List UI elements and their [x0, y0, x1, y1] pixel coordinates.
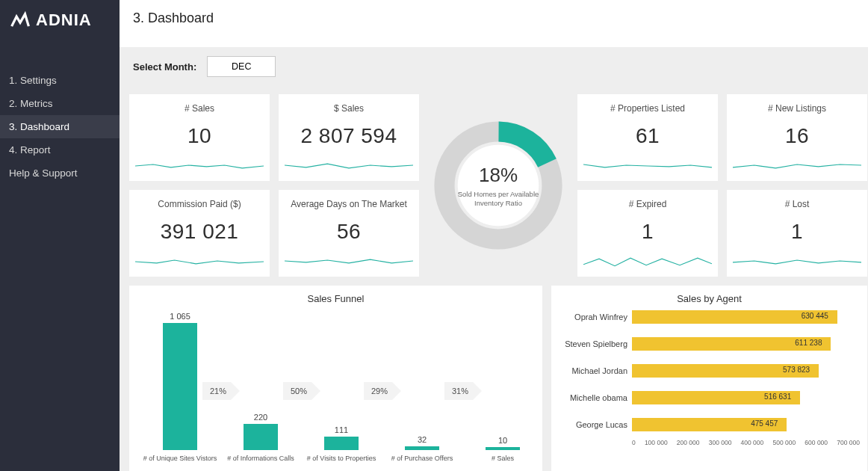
funnel-bar-rect [244, 424, 278, 450]
sidebar: ADNIA 1. Settings 2. Metrics 3. Dashboar… [0, 0, 120, 471]
funnel-bar-value: 111 [319, 425, 364, 434]
kpi-card-lost: # Lost 1 [726, 189, 868, 277]
sparkline [733, 158, 861, 172]
kpi-value: 1 [642, 220, 654, 244]
agent-axis: 0100 000200 000300 000400 000500 000600 … [632, 439, 860, 446]
nav-item-help[interactable]: Help & Support [0, 161, 120, 185]
kpi-title: # Sales [185, 103, 214, 114]
kpi-card-new-listings: # New Listings 16 [726, 93, 868, 182]
kpi-title: $ Sales [334, 103, 364, 114]
kpi-value: 2 807 594 [300, 124, 397, 148]
kpi-donut: 18% Sold Homes per Available Inventory R… [427, 93, 569, 277]
funnel-bar-rect [486, 447, 520, 450]
funnel-bar: 1 065 [158, 312, 202, 450]
kpi-value: 56 [337, 220, 361, 244]
axis-tick: 0 [632, 439, 636, 446]
month-select[interactable] [207, 56, 276, 77]
agent-row: Steven Spielberg611 238 [559, 337, 860, 351]
agent-value: 573 823 [783, 366, 810, 374]
agent-chart: Oprah Winfrey630 445Steven Spielberg611 … [559, 310, 860, 446]
sparkline [285, 254, 413, 268]
agent-name: Michelle obama [559, 393, 632, 402]
agent-value: 475 457 [751, 419, 778, 428]
agent-title: Sales by Agent [559, 293, 860, 304]
funnel-conversion-arrow: 31% [444, 382, 473, 400]
funnel-step-label: # of Purchase Offers [377, 455, 467, 462]
page-title: 3. Dashboard [120, 0, 868, 47]
axis-tick: 200 000 [677, 439, 700, 446]
kpi-title: # Lost [785, 199, 810, 209]
agent-bar-track: 611 238 [632, 337, 860, 351]
axis-tick: 700 000 [837, 439, 860, 446]
funnel-bar-value: 10 [480, 436, 525, 445]
nav-item-metrics[interactable]: 2. Metrics [0, 92, 120, 115]
logo-icon [10, 10, 30, 30]
axis-tick: 400 000 [741, 439, 764, 446]
sparkline [583, 158, 712, 172]
agent-name: George Lucas [559, 420, 632, 429]
axis-tick: 300 000 [709, 439, 732, 446]
funnel-bar-value: 32 [400, 435, 444, 444]
funnel-bar-value: 220 [238, 413, 283, 422]
main: 3. Dashboard Select Month: # Sales 10 $ … [120, 0, 868, 471]
axis-tick: 100 000 [645, 439, 668, 446]
agent-bar-track: 475 457 [632, 418, 860, 431]
select-month-label: Select Month: [133, 61, 196, 73]
kpi-title: Average Days on The Market [291, 199, 407, 209]
sparkline [733, 254, 861, 268]
funnel-bar: 32 [400, 435, 444, 450]
axis-tick: 600 000 [805, 439, 828, 446]
funnel-conversion-arrow: 50% [283, 382, 311, 400]
funnel-conversion-arrow: 21% [202, 382, 231, 400]
nav: 1. Settings 2. Metrics 3. Dashboard 4. R… [0, 69, 120, 185]
sparkline [135, 158, 264, 172]
agent-value: 611 238 [795, 339, 822, 347]
sales-by-agent-panel: Sales by Agent Oprah Winfrey630 445Steve… [551, 285, 868, 471]
funnel-step-label: # of Informations Calls [216, 455, 306, 462]
brand: ADNIA [0, 0, 120, 45]
funnel-bar: 111 [319, 425, 364, 450]
agent-bar-track: 573 823 [632, 364, 860, 378]
axis-tick: 500 000 [772, 439, 796, 446]
funnel-title: Sales Funnel [137, 293, 535, 304]
funnel-bar-rect [163, 323, 197, 450]
donut-percent: 18% [457, 164, 539, 187]
nav-item-dashboard[interactable]: 3. Dashboard [0, 115, 120, 138]
agent-value: 516 631 [764, 392, 791, 401]
kpi-card-avg-days: Average Days on The Market 56 [278, 189, 420, 277]
month-select-row: Select Month: [120, 47, 868, 86]
funnel-bar-value: 1 065 [158, 312, 202, 321]
sparkline [135, 254, 264, 268]
kpi-title: Commission Paid ($) [158, 199, 241, 209]
kpi-value: 61 [636, 124, 660, 148]
kpi-title: # New Listings [768, 103, 826, 114]
kpi-title: # Properties Listed [610, 103, 685, 114]
kpi-grid: # Sales 10 $ Sales 2 807 594 18% Sold Ho… [128, 93, 868, 277]
funnel-step-label: # of Unique Sites Vistors [135, 455, 225, 462]
kpi-title: # Expired [629, 199, 667, 209]
kpi-card-dollar-sales: $ Sales 2 807 594 [278, 93, 420, 182]
agent-name: Michael Jordan [559, 366, 632, 375]
funnel-bar-rect [405, 446, 439, 450]
kpi-card-num-sales: # Sales 10 [128, 93, 270, 182]
sparkline [285, 158, 413, 172]
kpi-card-properties-listed: # Properties Listed 61 [577, 93, 719, 182]
kpi-value: 1 [791, 220, 803, 244]
funnel-step-label: # of Visits to Properties [297, 455, 386, 462]
sparkline [583, 254, 712, 268]
agent-row: Oprah Winfrey630 445 [559, 310, 860, 324]
agent-row: Michael Jordan573 823 [559, 364, 860, 378]
nav-item-report[interactable]: 4. Report [0, 138, 120, 161]
funnel-bar-rect [324, 437, 359, 450]
sales-funnel-panel: Sales Funnel 1 065# of Unique Sites Vist… [128, 285, 543, 471]
funnel-bar: 10 [480, 436, 525, 450]
agent-bar-track: 516 631 [632, 391, 860, 404]
kpi-value: 16 [785, 124, 809, 148]
nav-item-settings[interactable]: 1. Settings [0, 69, 120, 92]
agent-value: 630 445 [802, 312, 828, 320]
agent-row: George Lucas475 457 [559, 418, 860, 431]
agent-name: Steven Spielberg [559, 339, 632, 348]
kpi-card-expired: # Expired 1 [577, 189, 719, 277]
agent-name: Oprah Winfrey [559, 313, 632, 321]
funnel-conversion-arrow: 29% [364, 382, 392, 400]
